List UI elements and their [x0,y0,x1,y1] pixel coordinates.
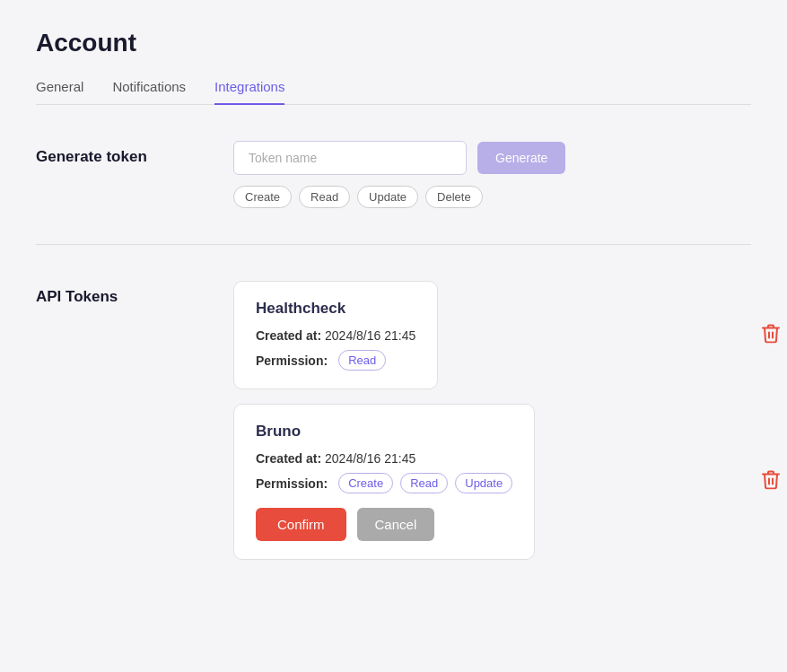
tabs-nav: General Notifications Integrations [36,79,751,105]
token-card-wrapper-healthcheck: Healthcheck Created at: 2024/8/16 21:45 … [233,281,751,389]
created-at-label-healthcheck: Created at: [256,328,321,343]
permission-label-healthcheck: Permission: [256,353,328,368]
tokens-list: Healthcheck Created at: 2024/8/16 21:45 … [233,281,751,560]
generate-token-form: Generate Create Read Update Delete [233,141,565,208]
token-created-healthcheck: Created at: 2024/8/16 21:45 [256,328,415,343]
created-at-label-bruno: Created at: [256,451,321,466]
confirm-cancel-row: Confirm Cancel [256,508,512,541]
token-card-bruno: Bruno Created at: 2024/8/16 21:45 Permis… [233,404,535,560]
delete-button-healthcheck[interactable] [758,319,783,351]
token-name-healthcheck: Healthcheck [256,300,415,318]
token-card-healthcheck: Healthcheck Created at: 2024/8/16 21:45 … [233,281,438,389]
perm-read-healthcheck: Read [338,350,386,371]
cancel-button[interactable]: Cancel [357,508,435,541]
tab-notifications[interactable]: Notifications [112,79,186,105]
token-name-bruno: Bruno [256,423,512,441]
token-card-wrapper-bruno: Bruno Created at: 2024/8/16 21:45 Permis… [233,404,751,560]
perm-tag-create[interactable]: Create [233,186,292,208]
token-permissions-bruno: Permission: Create Read Update [256,473,512,493]
permission-label-bruno: Permission: [256,476,328,491]
generate-button[interactable]: Generate [477,142,565,174]
created-at-value-bruno: 2024/8/16 21:45 [325,451,415,466]
perm-tag-read[interactable]: Read [299,186,350,208]
token-permissions-healthcheck: Permission: Read [256,350,415,371]
perm-read-bruno: Read [400,473,448,493]
generate-token-label: Generate token [36,141,197,166]
generate-row: Generate [233,141,565,175]
generate-token-section: Generate token Generate Create Read Upda… [36,141,751,245]
permission-tags: Create Read Update Delete [233,186,565,208]
delete-button-bruno[interactable] [758,467,783,498]
perm-update-bruno: Update [455,473,512,493]
perm-tag-update[interactable]: Update [357,186,418,208]
token-created-bruno: Created at: 2024/8/16 21:45 [256,451,512,466]
tab-general[interactable]: General [36,79,83,105]
api-tokens-label: API Tokens [36,281,197,306]
page-container: Account General Notifications Integratio… [0,0,787,672]
created-at-value-healthcheck: 2024/8/16 21:45 [325,328,415,343]
api-tokens-section: API Tokens Healthcheck Created at: 2024/… [36,281,751,560]
page-title: Account [36,29,751,57]
token-name-input[interactable] [233,141,467,175]
confirm-button[interactable]: Confirm [256,508,346,541]
tab-integrations[interactable]: Integrations [214,79,284,105]
perm-create-bruno: Create [338,473,393,493]
perm-tag-delete[interactable]: Delete [425,186,483,208]
